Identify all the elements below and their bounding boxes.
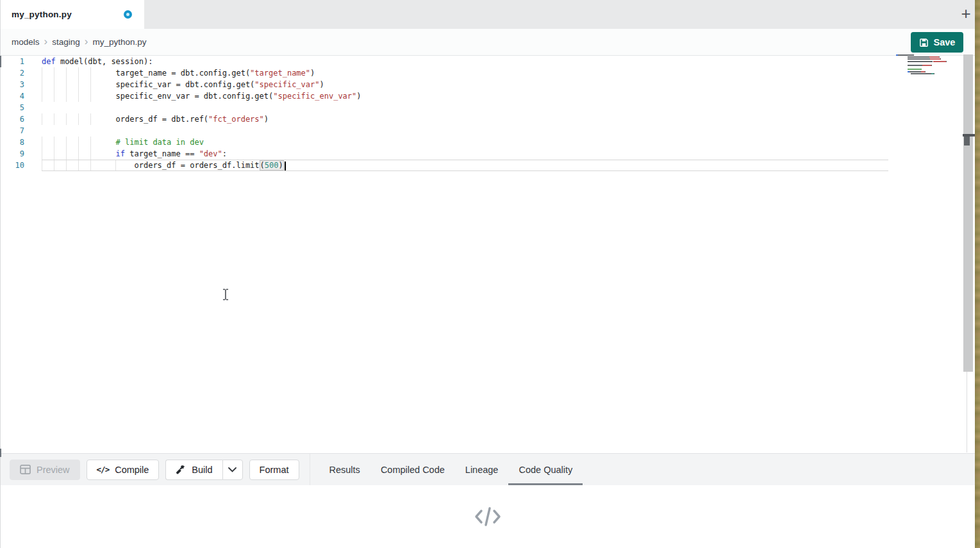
new-tab-button[interactable]: + (956, 4, 976, 23)
overview-ruler-marker-block (964, 137, 970, 145)
vertical-scrollbar[interactable] (963, 54, 973, 372)
chevron-right-icon: › (44, 35, 48, 48)
save-label: Save (934, 37, 956, 47)
compile-label: Compile (115, 465, 149, 475)
build-button[interactable]: Build (165, 460, 222, 480)
desktop-edge-texture (975, 0, 980, 548)
tab-code-quality[interactable]: Code Quality (508, 454, 583, 486)
line-number: 8 (0, 137, 24, 148)
line-number: 2 (0, 67, 24, 79)
save-button[interactable]: Save (911, 32, 963, 53)
line-number: 4 (0, 90, 24, 102)
line-number: 7 (0, 125, 24, 137)
tab-results[interactable]: Results (319, 454, 370, 486)
file-tab-title: my_python.py (12, 10, 72, 19)
results-panel-empty (0, 485, 975, 548)
chevron-right-icon: › (85, 35, 88, 48)
line-number: 1 (0, 56, 24, 67)
code-line: 2target_name = dbt.config.get("target_na… (0, 67, 975, 79)
code-lines: 1def model(dbt, session):2target_name = … (0, 56, 975, 171)
file-tab-bar: my_python.py + (0, 0, 975, 29)
build-label: Build (192, 465, 212, 475)
toolbar-divider (310, 454, 310, 486)
hammer-icon (176, 465, 186, 475)
chevron-down-icon (228, 467, 237, 472)
format-button[interactable]: Format (249, 460, 299, 480)
code-line: 9if target_name == "dev": (0, 148, 975, 160)
left-panel-edge (0, 0, 1, 548)
breadcrumb-item-file[interactable]: my_python.py (92, 37, 146, 47)
tab-compiled-code[interactable]: Compiled Code (370, 454, 455, 486)
preview-button[interactable]: Preview (10, 460, 80, 480)
breadcrumb: models › staging › my_python.py Save (0, 29, 975, 56)
preview-label: Preview (37, 465, 70, 475)
code-line: 10orders_df = orders_df.limit(500) (0, 160, 975, 171)
code-line: 8# limit data in dev (0, 137, 975, 148)
left-edge-marker (0, 449, 1, 457)
plus-icon: + (961, 4, 970, 24)
code-line: 1def model(dbt, session): (0, 56, 975, 67)
code-line: 5 (0, 102, 975, 113)
code-line: 6orders_df = dbt.ref("fct_orders") (0, 113, 975, 125)
code-line: 7 (0, 125, 975, 137)
code-line: 4specific_env_var = dbt.config.get("spec… (0, 90, 975, 102)
scrollbar-gutter-line (967, 372, 967, 453)
breadcrumb-item-models[interactable]: models (12, 37, 40, 47)
line-number: 5 (0, 102, 24, 113)
compile-button[interactable]: </> Compile (87, 460, 160, 480)
floppy-disk-icon (919, 38, 929, 47)
minimap[interactable] (896, 54, 944, 83)
build-options-dropdown[interactable] (222, 460, 243, 480)
code-placeholder-icon (474, 506, 502, 527)
build-split-button: Build (165, 460, 242, 480)
result-tabs: Results Compiled Code Lineage Code Quali… (319, 454, 583, 486)
left-edge-marker (0, 56, 1, 67)
table-icon (20, 465, 31, 474)
code-icon: </> (97, 465, 110, 474)
bottom-toolbar: Preview </> Compile Build Format (0, 453, 975, 485)
code-line: 3specific_var = dbt.config.get("specific… (0, 79, 975, 90)
ibeam-mouse-cursor-icon (222, 288, 229, 301)
file-tab-my-python[interactable]: my_python.py (0, 0, 144, 29)
unsaved-changes-dot-icon (124, 10, 132, 19)
line-number: 10 (0, 160, 24, 171)
format-label: Format (260, 465, 289, 475)
breadcrumb-item-staging[interactable]: staging (52, 37, 80, 47)
dbt-cloud-ide: my_python.py + models › staging › my_pyt… (0, 0, 980, 548)
line-number: 6 (0, 113, 24, 125)
text-caret (285, 162, 286, 170)
tab-lineage[interactable]: Lineage (455, 454, 509, 486)
line-number: 3 (0, 79, 24, 90)
code-editor[interactable]: 1def model(dbt, session):2target_name = … (0, 56, 975, 453)
line-number: 9 (0, 148, 24, 160)
